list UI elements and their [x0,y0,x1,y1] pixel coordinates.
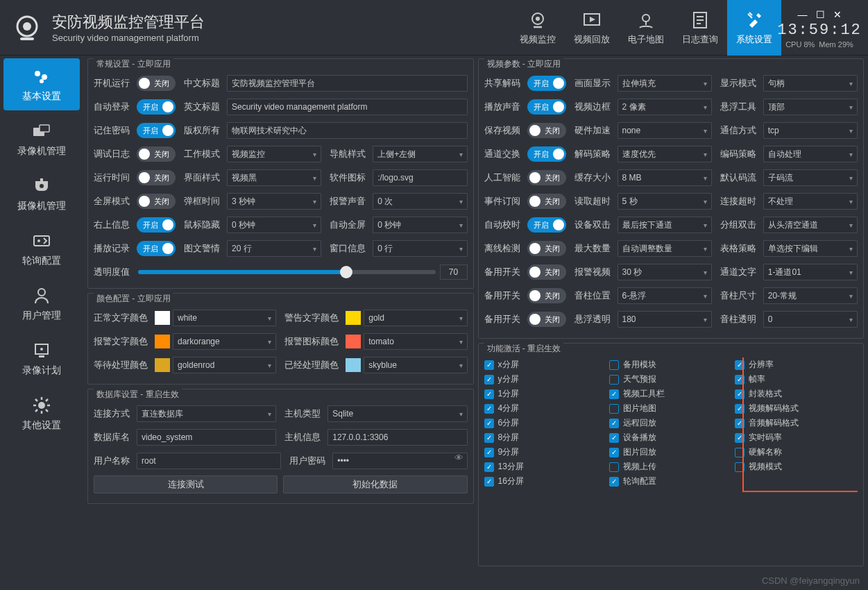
sidebar-item-5[interactable]: 录像计划 [3,332,80,385]
checkbox-row[interactable]: ✓13分屏 [484,460,606,474]
checkbox[interactable]: ✓ [609,419,619,428]
nav-log[interactable]: 日志查询 [673,0,727,56]
opacity-slider[interactable] [138,270,436,274]
checkbox[interactable]: ✓ [735,375,744,385]
nav-camera[interactable]: 视频监控 [511,0,565,56]
checkbox-row[interactable]: 硬解名称 [735,445,856,460]
video-5-b[interactable]: 5 秒 [618,193,712,210]
toggle[interactable]: 开启 [527,146,566,162]
checkbox-row[interactable]: ✓8分屏 [484,430,606,445]
toggle[interactable]: 关闭 [527,170,566,185]
toggle[interactable]: 关闭 [527,241,566,256]
checkbox-row[interactable]: ✓帧率 [735,372,856,387]
checkbox-row[interactable]: ✓图片回放 [609,445,731,460]
video-2-c[interactable]: tcp [763,122,858,139]
checkbox-row[interactable]: 天气预报 [609,372,731,387]
sidebar-item-2[interactable]: 摄像机管理 [3,168,80,220]
close-button[interactable]: ✕ [833,9,842,20]
video-7-c[interactable]: 单选按下编辑 [763,240,858,257]
video-8-c[interactable]: 1-通道01 [763,264,858,280]
checkbox-row[interactable]: ✓视频解码格式 [735,401,856,416]
video-1-b[interactable]: 2 像素 [618,99,712,115]
toggle[interactable]: 关闭 [137,170,176,185]
gen-3-b[interactable]: 视频监控 [227,146,321,162]
gen-6-b[interactable]: 0 秒钟 [227,217,321,233]
minimize-button[interactable]: — [798,9,808,20]
db-1-b[interactable] [327,429,467,446]
toggle[interactable]: 开启 [527,217,566,233]
toggle[interactable]: 关闭 [527,264,566,280]
db-0-a[interactable]: 直连数据库 [137,405,276,422]
gen-1-b[interactable] [227,99,468,115]
nav-tools[interactable]: 系统设置 [727,0,781,56]
video-7-b[interactable]: 自动调整数量 [618,240,712,257]
gen-2-b[interactable] [227,122,468,139]
toggle[interactable]: 关闭 [137,194,176,209]
checkbox-row[interactable]: ✓16分屏 [484,474,606,489]
toggle[interactable]: 关闭 [137,146,176,162]
checkbox[interactable]: ✓ [609,477,619,487]
checkbox-row[interactable]: ✓远程回放 [609,416,731,430]
checkbox[interactable] [609,462,619,472]
sidebar-item-0[interactable]: 基本设置 [3,58,80,110]
db-0-b[interactable]: Sqlite [327,405,467,422]
checkbox-row[interactable]: ✓4分屏 [484,401,606,416]
checkbox[interactable]: ✓ [735,360,744,370]
checkbox-row[interactable]: ✓音频解码格式 [735,416,856,430]
checkbox[interactable]: ✓ [609,389,619,399]
color-swatch[interactable] [155,311,170,325]
checkbox-row[interactable]: ✓视频工具栏 [609,387,731,401]
color-1-b[interactable]: tomato [364,333,467,350]
checkbox-row[interactable]: ✓封装格式 [735,387,856,401]
gen-0-b[interactable] [227,75,468,92]
sidebar-item-1[interactable]: 录像机管理 [3,113,80,165]
db-2-b[interactable] [332,453,467,469]
checkbox-row[interactable]: ✓实时码率 [735,430,856,445]
gen-3-c[interactable]: 上侧+左侧 [373,146,467,162]
nav-playback[interactable]: 视频回放 [565,0,619,56]
checkbox[interactable] [735,462,744,472]
toggle[interactable]: 关闭 [527,123,566,138]
checkbox[interactable]: ✓ [484,433,494,443]
color-1-a[interactable]: darkorange [173,333,276,350]
color-0-b[interactable]: gold [364,310,467,326]
color-swatch[interactable] [346,358,361,372]
checkbox[interactable]: ✓ [484,404,494,414]
maximize-button[interactable]: ☐ [816,9,825,20]
checkbox-row[interactable]: ✓x分屏 [484,357,606,372]
video-2-b[interactable]: none [618,122,712,139]
toggle[interactable]: 关闭 [137,76,176,91]
checkbox-row[interactable]: 备用模块 [609,357,731,372]
toggle[interactable]: 关闭 [527,194,566,209]
checkbox[interactable]: ✓ [484,477,494,487]
color-2-b[interactable]: skyblue [364,357,467,373]
checkbox[interactable]: ✓ [484,389,494,399]
checkbox[interactable] [609,404,619,414]
checkbox[interactable] [609,375,619,385]
video-5-c[interactable]: 不处理 [763,193,858,210]
color-swatch[interactable] [346,311,361,325]
db-init-button[interactable]: 初始化数据 [283,475,467,494]
video-10-b[interactable]: 180 [618,311,712,328]
toggle[interactable]: 开启 [137,123,176,138]
checkbox-row[interactable]: ✓分辨率 [735,357,856,372]
checkbox[interactable]: ✓ [484,462,494,472]
checkbox-row[interactable]: ✓9分屏 [484,445,606,460]
checkbox[interactable]: ✓ [484,448,494,457]
checkbox-row[interactable]: ✓轮询配置 [609,474,731,489]
checkbox[interactable]: ✓ [735,404,744,414]
video-6-c[interactable]: 从头清空通道 [763,217,858,233]
checkbox[interactable] [735,448,744,457]
video-0-b[interactable]: 拉伸填充 [618,75,712,92]
checkbox[interactable]: ✓ [735,389,744,399]
checkbox-row[interactable]: ✓1分屏 [484,387,606,401]
checkbox-row[interactable]: ✓y分屏 [484,372,606,387]
color-swatch[interactable] [155,358,170,372]
checkbox[interactable]: ✓ [609,448,619,457]
sidebar-item-6[interactable]: 其他设置 [3,387,80,439]
checkbox[interactable]: ✓ [735,419,744,428]
video-4-b[interactable]: 8 MB [618,169,712,186]
toggle[interactable]: 开启 [527,76,566,91]
color-2-a[interactable]: goldenrod [173,357,276,373]
checkbox[interactable]: ✓ [609,433,619,443]
